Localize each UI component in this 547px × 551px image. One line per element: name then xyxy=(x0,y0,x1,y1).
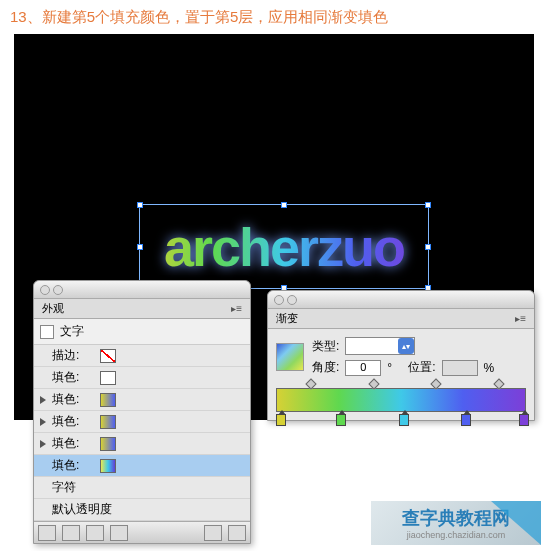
row-default-opacity[interactable]: 默认透明度 xyxy=(34,499,250,521)
panel-menu-icon[interactable]: ▸≡ xyxy=(231,303,242,314)
resize-handle-tr[interactable] xyxy=(425,202,431,208)
fill-swatch-gradient[interactable] xyxy=(100,437,116,451)
gradient-stop[interactable] xyxy=(276,414,286,426)
trash-icon[interactable] xyxy=(228,525,246,541)
gradient-stop[interactable] xyxy=(461,414,471,426)
row-label: 填色: xyxy=(52,391,100,408)
row-characters[interactable]: 字符 xyxy=(34,477,250,499)
fx-icon[interactable] xyxy=(86,525,104,541)
gradient-stop[interactable] xyxy=(336,414,346,426)
position-unit: % xyxy=(484,361,495,375)
minimize-dot[interactable] xyxy=(53,285,63,295)
close-dot[interactable] xyxy=(274,295,284,305)
panel-titlebar[interactable] xyxy=(34,281,250,299)
row-fill-2[interactable]: 填色: xyxy=(34,389,250,411)
minimize-dot[interactable] xyxy=(287,295,297,305)
panel-tabs: 渐变 ▸≡ xyxy=(268,309,534,329)
expand-triangle-icon[interactable] xyxy=(40,396,46,404)
step-instruction: 13、新建第5个填充颜色，置于第5层，应用相同渐变填色 xyxy=(0,0,547,35)
angle-label: 角度: xyxy=(312,359,339,376)
row-label: 填色: xyxy=(52,457,100,474)
appearance-target: 文字 xyxy=(34,319,250,345)
row-label: 填色: xyxy=(52,435,100,452)
resize-handle-tl[interactable] xyxy=(137,202,143,208)
new-stroke-icon[interactable] xyxy=(62,525,80,541)
gradient-panel[interactable]: 渐变 ▸≡ 类型: ▴▾ 角度: 0 ° 位置: % xyxy=(267,290,535,421)
fill-swatch-white[interactable] xyxy=(100,371,116,385)
row-label: 填色: xyxy=(52,413,100,430)
degree-symbol: ° xyxy=(387,361,392,375)
logo-text[interactable]: archerzuo xyxy=(140,205,428,290)
gradient-stop[interactable] xyxy=(519,414,529,426)
position-label: 位置: xyxy=(408,359,435,376)
fill-swatch-gradient[interactable] xyxy=(100,415,116,429)
row-label: 填色: xyxy=(52,369,100,386)
row-fill-1[interactable]: 填色: xyxy=(34,367,250,389)
position-input[interactable] xyxy=(442,360,478,376)
row-label: 字符 xyxy=(52,479,76,496)
row-fill-3[interactable]: 填色: xyxy=(34,411,250,433)
tab-gradient[interactable]: 渐变 xyxy=(276,311,298,326)
watermark-triangle-icon xyxy=(491,501,541,545)
dropdown-arrows-icon: ▴▾ xyxy=(398,338,414,354)
type-label: 类型: xyxy=(312,338,339,355)
close-dot[interactable] xyxy=(40,285,50,295)
fill-swatch-gradient[interactable] xyxy=(100,393,116,407)
panel-titlebar[interactable] xyxy=(268,291,534,309)
duplicate-icon[interactable] xyxy=(204,525,222,541)
expand-triangle-icon[interactable] xyxy=(40,418,46,426)
expand-triangle-icon[interactable] xyxy=(40,440,46,448)
appearance-panel[interactable]: 外观 ▸≡ 文字 描边: 填色: 填色: 填色: 填色: xyxy=(33,280,251,544)
clear-icon[interactable] xyxy=(110,525,128,541)
panel-tabs: 外观 ▸≡ xyxy=(34,299,250,319)
gradient-stop[interactable] xyxy=(399,414,409,426)
panel-footer xyxy=(34,521,250,543)
resize-handle-tm[interactable] xyxy=(281,202,287,208)
row-stroke[interactable]: 描边: xyxy=(34,345,250,367)
target-label: 文字 xyxy=(60,323,84,340)
stroke-swatch-none[interactable] xyxy=(100,349,116,363)
gradient-bar[interactable] xyxy=(276,388,526,412)
selection-bounds[interactable]: archerzuo archerzuo xyxy=(139,204,429,289)
tab-appearance[interactable]: 外观 xyxy=(42,301,64,316)
row-label: 描边: xyxy=(52,347,100,364)
resize-handle-ml[interactable] xyxy=(137,244,143,250)
target-swatch xyxy=(40,325,54,339)
gradient-preview-swatch[interactable] xyxy=(276,343,304,371)
resize-handle-mr[interactable] xyxy=(425,244,431,250)
fill-swatch-gradient-selected[interactable] xyxy=(100,459,116,473)
angle-input[interactable]: 0 xyxy=(345,360,381,376)
watermark: 查字典教程网 jiaocheng.chazidian.com xyxy=(371,501,541,545)
row-label: 默认透明度 xyxy=(52,501,112,518)
panel-menu-icon[interactable]: ▸≡ xyxy=(515,313,526,324)
new-fill-icon[interactable] xyxy=(38,525,56,541)
gradient-type-select[interactable]: ▴▾ xyxy=(345,337,415,355)
gradient-ramp[interactable] xyxy=(276,388,526,412)
row-fill-5-selected[interactable]: 填色: xyxy=(34,455,250,477)
row-fill-4[interactable]: 填色: xyxy=(34,433,250,455)
